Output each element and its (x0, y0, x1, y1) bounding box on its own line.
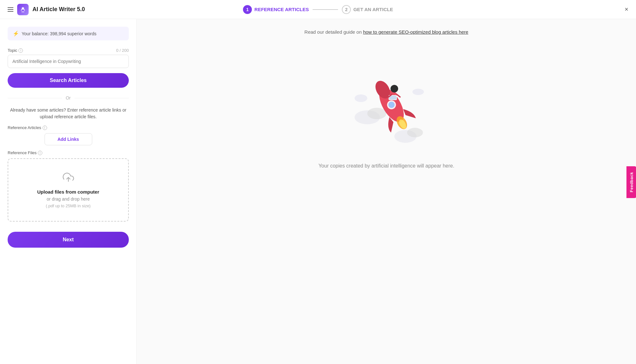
step-1-circle: 1 (243, 5, 252, 14)
upload-main-text: Upload files from computer (15, 189, 122, 195)
step-2: 2 GET AN ARTICLE (342, 5, 393, 14)
app-title: AI Article Writer 5.0 (32, 6, 85, 13)
app-logo (17, 4, 29, 15)
svg-point-5 (407, 128, 423, 137)
stepper: 1 REFERENCE ARTICLES 2 GET AN ARTICLE (243, 5, 393, 14)
next-button[interactable]: Next (8, 232, 129, 248)
upload-hint: (.pdf up to 25MB in size) (15, 203, 122, 208)
topic-input[interactable] (8, 55, 129, 68)
step-1: 1 REFERENCE ARTICLES (243, 5, 309, 14)
or-line-left (8, 98, 62, 98)
topic-field-header: Topic i 0 / 200 (8, 48, 129, 53)
svg-point-3 (367, 108, 386, 119)
header: AI Article Writer 5.0 1 REFERENCE ARTICL… (0, 0, 636, 19)
topic-info-icon[interactable]: i (18, 48, 23, 53)
ai-copies-text: Your copies created by artificial intell… (318, 162, 454, 170)
ref-files-info-icon[interactable]: i (38, 151, 42, 155)
step-2-label: GET AN ARTICLE (353, 7, 393, 12)
topic-counter: 0 / 200 (116, 48, 129, 53)
right-panel: Read our detailed guide on how to genera… (137, 19, 636, 364)
or-text: Or (66, 95, 71, 100)
left-panel: ⚡ Your balance: 398,994 superior words T… (0, 19, 137, 364)
svg-line-19 (397, 94, 400, 97)
step-1-label: REFERENCE ARTICLES (254, 7, 309, 12)
ref-articles-info-icon[interactable]: i (43, 126, 47, 130)
rocket-illustration (342, 60, 431, 149)
step-2-circle: 2 (342, 5, 351, 14)
add-links-button[interactable]: Add Links (45, 133, 92, 145)
guide-text: Read our detailed guide on how to genera… (304, 29, 468, 35)
guide-link[interactable]: how to generate SEO-optimized blog artic… (363, 29, 468, 35)
or-line-right (74, 98, 129, 98)
upload-area[interactable]: Upload files from computer or drag and d… (8, 158, 129, 222)
topic-label: Topic i (8, 48, 23, 53)
balance-bar: ⚡ Your balance: 398,994 superior words (8, 27, 129, 40)
or-divider: Or (8, 95, 129, 100)
balance-text: Your balance: 398,994 superior words (22, 31, 96, 36)
feedback-tab[interactable]: Feedback (627, 166, 636, 198)
svg-point-7 (412, 89, 424, 95)
close-icon[interactable]: × (625, 6, 628, 13)
step-connector (313, 9, 338, 10)
upload-sub-text: or drag and drop here (15, 196, 122, 202)
search-articles-button[interactable]: Search Articles (8, 73, 129, 88)
main-layout: ⚡ Your balance: 398,994 superior words T… (0, 19, 636, 364)
reference-files-label: Reference Files i (8, 150, 129, 155)
hamburger-icon[interactable] (8, 7, 13, 12)
svg-point-14 (391, 85, 398, 93)
reference-description: Already have some articles? Enter refere… (8, 107, 129, 120)
upload-cloud-icon (15, 172, 122, 185)
header-left: AI Article Writer 5.0 (8, 4, 85, 15)
svg-point-6 (355, 94, 367, 102)
reference-articles-label: Reference Articles i (8, 125, 129, 130)
lightning-icon: ⚡ (13, 31, 19, 37)
